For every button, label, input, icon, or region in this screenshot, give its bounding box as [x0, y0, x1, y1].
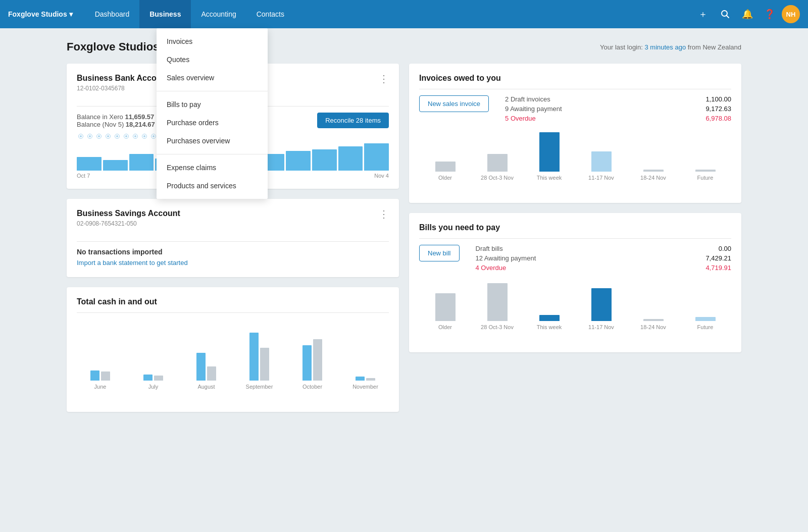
bills-bar-older-label: Older: [438, 324, 452, 330]
mini-bar: [103, 160, 128, 171]
bar-blue-october: [302, 345, 312, 381]
bar-gray-june: [101, 371, 110, 381]
savings-account-menu[interactable]: ⋮: [379, 209, 389, 219]
user-avatar[interactable]: NH: [782, 5, 800, 23]
nav-business[interactable]: Business: [139, 0, 191, 28]
invoices-owed-card: Invoices owed to you New sales invoice 2…: [409, 64, 741, 203]
total-cash-title: Total cash in and out: [77, 297, 389, 306]
dropdown-sales-overview[interactable]: Sales overview: [157, 69, 268, 87]
draft-bills-label: Draft bills: [476, 245, 503, 252]
bar-blue-june: [90, 370, 99, 381]
bar-label-november: November: [352, 384, 378, 390]
balance-xero-value: 11,659.57: [125, 113, 154, 121]
bills-bar-older: Older: [419, 282, 471, 330]
inv-bar-18nov: 18-24 Nov: [627, 132, 679, 181]
bills-bar-18nov-label: 18-24 Nov: [640, 324, 666, 330]
nav-dashboard[interactable]: Dashboard: [85, 0, 140, 28]
bills-stats: Draft bills 0.00 12 Awaiting payment 7,4…: [476, 245, 731, 274]
dropdown-purchases-overview[interactable]: Purchases overview: [157, 132, 268, 150]
dropdown-invoices[interactable]: Invoices: [157, 32, 268, 50]
overdue-value: 6,978.08: [705, 115, 731, 122]
reconcile-button[interactable]: Reconcile 28 items: [317, 113, 389, 128]
chart-dot: [152, 134, 156, 138]
bank-account-info: Business Bank Account 12-0102-0345678: [77, 74, 169, 100]
notifications-button[interactable]: 🔔: [737, 4, 758, 24]
brand-name: Foxglove Studios: [8, 10, 67, 18]
bar-group-september: September: [236, 321, 283, 390]
chart-dot: [79, 134, 83, 138]
bar-label-september: September: [246, 384, 273, 390]
bar-label-august: August: [197, 384, 215, 390]
mini-bar: [364, 143, 389, 171]
dropdown-quotes[interactable]: Quotes: [157, 50, 268, 69]
inv-bar-18nov-bar: [643, 170, 664, 172]
search-button[interactable]: [715, 4, 735, 24]
new-bill-button[interactable]: New bill: [419, 245, 460, 261]
inv-bar-thisweek-label: This week: [537, 175, 562, 181]
last-login-text: Your last login:: [600, 43, 643, 51]
inv-bar-thisweek: This week: [523, 132, 575, 181]
top-navigation: Foxglove Studios ▾ Dashboard Business Ac…: [0, 0, 808, 28]
bar-group-june: June: [77, 321, 124, 390]
bar-label-july: July: [148, 384, 159, 390]
last-login-info: Your last login: 3 minutes ago from New …: [600, 43, 741, 51]
inv-bar-thisweek-bar: [539, 132, 560, 172]
bills-bar-11nov-bar: [591, 288, 612, 321]
dropdown-purchase-orders[interactable]: Purchase orders: [157, 114, 268, 132]
bar-gray-august: [207, 366, 216, 381]
bills-to-pay-card: Bills you need to pay New bill Draft bil…: [409, 213, 741, 352]
draft-bills-value: 0.00: [719, 245, 731, 252]
bills-bar-18nov: 18-24 Nov: [627, 282, 679, 330]
add-button[interactable]: ＋: [693, 4, 713, 24]
bank-account-title: Business Bank Account: [77, 74, 169, 83]
chart-dot: [142, 134, 146, 138]
mini-bar: [338, 146, 363, 171]
bills-bar-thisweek-bar: [539, 315, 560, 321]
invoices-chart: Older 28 Oct-3 Nov This week 11-17 Nov: [419, 132, 731, 193]
brand-logo[interactable]: Foxglove Studios ▾: [8, 10, 73, 18]
total-cash-chart: June July August: [77, 321, 389, 402]
bar-pair-july: [143, 375, 163, 381]
nav-links: Dashboard Business Accounting Contacts: [85, 0, 693, 28]
savings-account-card: Business Savings Account 02-0908-7654321…: [67, 199, 399, 277]
bar-pair-august: [196, 353, 216, 381]
inv-bar-older-label: Older: [438, 175, 452, 181]
bar-group-july: July: [130, 321, 177, 390]
bank-account-number: 12-0102-0345678: [77, 85, 169, 92]
bills-bar-28oct-label: 28 Oct-3 Nov: [481, 324, 514, 330]
chart-dot: [124, 134, 128, 138]
nav-accounting[interactable]: Accounting: [191, 0, 246, 28]
bank-balance-info: Balance in Xero 11,659.57 Balance (Nov 5…: [77, 113, 155, 128]
bar-group-november: November: [342, 321, 389, 390]
bar-blue-november: [356, 377, 365, 381]
dropdown-expense-claims[interactable]: Expense claims: [157, 158, 268, 177]
chart-label-nov4: Nov 4: [374, 173, 389, 179]
chart-dot: [115, 134, 119, 138]
inv-bar-older-bar: [435, 162, 456, 172]
mini-bar: [129, 154, 154, 171]
balance-statement-label: Balance (Nov 5): [77, 121, 124, 128]
brand-dropdown-arrow: ▾: [69, 10, 73, 18]
inv-bar-28oct: 28 Oct-3 Nov: [471, 132, 523, 181]
help-button[interactable]: ❓: [760, 4, 780, 24]
mini-bar: [286, 151, 311, 171]
business-dropdown-menu: Invoices Quotes Sales overview Bills to …: [157, 28, 268, 199]
inv-bar-future-bar: [695, 170, 716, 172]
import-bank-statement-link[interactable]: Import a bank statement to get started: [77, 259, 188, 267]
bills-to-pay-title: Bills you need to pay: [419, 223, 731, 232]
dropdown-products-services[interactable]: Products and services: [157, 177, 268, 195]
bank-account-menu[interactable]: ⋮: [379, 74, 389, 84]
nav-contacts[interactable]: Contacts: [246, 0, 294, 28]
balance-statement-value: 18,214.67: [126, 121, 155, 128]
mini-bar: [77, 157, 102, 171]
bills-bar-28oct: 28 Oct-3 Nov: [471, 282, 523, 330]
dropdown-section-other: Expense claims Products and services: [157, 154, 268, 199]
bills-stat-draft: Draft bills 0.00: [476, 245, 731, 252]
bar-group-october: October: [289, 321, 336, 390]
new-sales-invoice-button[interactable]: New sales invoice: [419, 95, 489, 112]
last-login-time[interactable]: 3 minutes ago: [644, 43, 686, 51]
bills-bar-future-label: Future: [697, 324, 714, 330]
savings-account-title: Business Savings Account: [77, 209, 180, 218]
savings-card-header: Business Savings Account 02-0908-7654321…: [77, 209, 389, 235]
dropdown-bills-to-pay[interactable]: Bills to pay: [157, 95, 268, 114]
